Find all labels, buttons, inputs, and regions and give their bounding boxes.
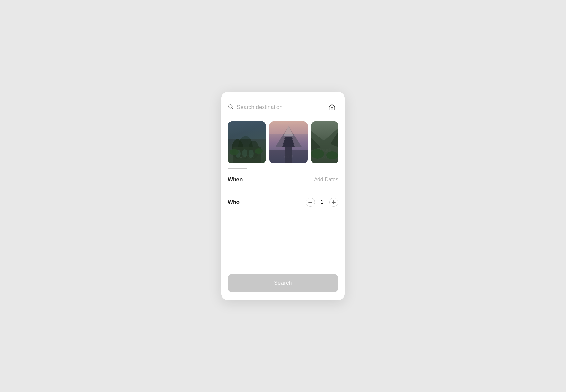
home-button[interactable] (326, 101, 338, 113)
search-button[interactable]: Search (228, 274, 338, 292)
app-card: Search destination (221, 92, 345, 300)
destinations-row: Europe (228, 121, 338, 163)
destination-europe[interactable]: Europe (228, 121, 266, 163)
svg-marker-17 (282, 144, 295, 147)
who-label: Who (228, 199, 240, 205)
guest-stepper: 1 (306, 198, 338, 207)
search-bar: Search destination (228, 101, 338, 113)
svg-point-8 (242, 149, 247, 157)
svg-point-10 (230, 149, 239, 155)
decrement-button[interactable] (306, 198, 315, 207)
svg-rect-21 (269, 150, 308, 163)
svg-point-9 (249, 150, 254, 158)
svg-rect-22 (269, 121, 308, 134)
svg-point-11 (255, 148, 263, 154)
destination-asia[interactable]: Asia (269, 121, 308, 163)
svg-point-27 (311, 149, 324, 159)
destination-south-america[interactable]: SouthAmerica (311, 121, 338, 163)
svg-line-1 (232, 108, 233, 109)
svg-marker-18 (283, 141, 294, 144)
search-icon (228, 104, 234, 111)
bottom-section: When Add Dates Who 1 (221, 169, 345, 300)
search-placeholder: Search destination (237, 104, 283, 111)
svg-rect-12 (228, 121, 266, 139)
search-input-area[interactable]: Search destination (228, 104, 326, 111)
increment-button[interactable] (329, 198, 338, 207)
svg-marker-19 (283, 139, 294, 141)
top-section: Search destination (221, 92, 345, 163)
guest-count: 1 (319, 199, 325, 205)
who-row: Who 1 (228, 190, 338, 214)
when-row[interactable]: When Add Dates (228, 169, 338, 190)
svg-point-28 (326, 151, 338, 159)
content-spacer (228, 214, 338, 266)
add-dates-button[interactable]: Add Dates (314, 177, 338, 183)
scroll-indicator (221, 163, 345, 169)
when-label: When (228, 176, 243, 183)
